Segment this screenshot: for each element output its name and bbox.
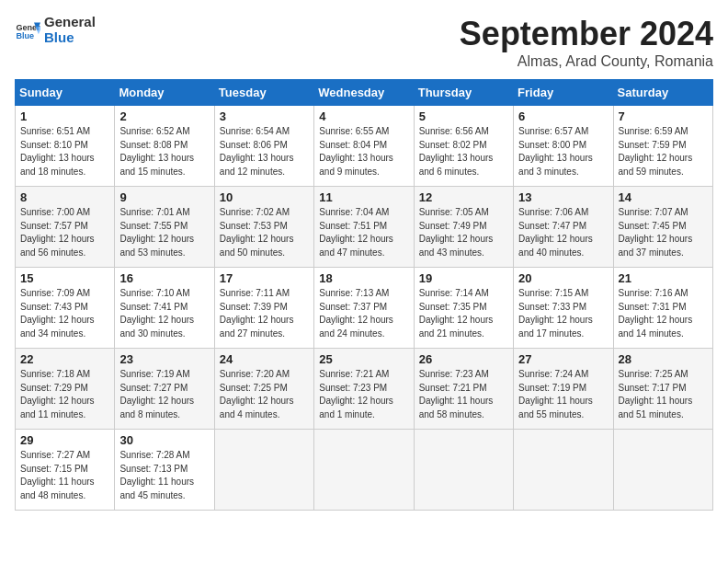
weekday-header-row: Sunday Monday Tuesday Wednesday Thursday…: [16, 80, 713, 106]
day-cell-29: 29 Sunrise: 7:27 AM Sunset: 7:15 PM Dayl…: [16, 430, 115, 511]
empty-cell: [514, 430, 613, 511]
day-number: 21: [619, 271, 708, 285]
col-thursday: Thursday: [414, 80, 513, 106]
logo-blue-text: Blue: [44, 30, 96, 46]
day-info: Sunrise: 7:28 AM Sunset: 7:13 PM Dayligh…: [119, 449, 209, 502]
day-cell-24: 24 Sunrise: 7:20 AM Sunset: 7:25 PM Dayl…: [214, 349, 313, 430]
day-cell-30: 30 Sunrise: 7:28 AM Sunset: 7:13 PM Dayl…: [115, 430, 214, 511]
day-info: Sunrise: 7:13 AM Sunset: 7:37 PM Dayligh…: [319, 287, 408, 340]
day-cell-2: 2 Sunrise: 6:52 AM Sunset: 8:08 PM Dayli…: [115, 106, 214, 187]
day-cell-20: 20 Sunrise: 7:15 AM Sunset: 7:33 PM Dayl…: [514, 268, 613, 349]
logo-general-text: General: [44, 15, 96, 30]
day-cell-18: 18 Sunrise: 7:13 AM Sunset: 7:37 PM Dayl…: [314, 268, 414, 349]
day-number: 17: [220, 271, 309, 285]
day-cell-13: 13 Sunrise: 7:06 AM Sunset: 7:47 PM Dayl…: [514, 187, 613, 268]
day-info: Sunrise: 7:23 AM Sunset: 7:21 PM Dayligh…: [419, 368, 508, 421]
day-info: Sunrise: 6:57 AM Sunset: 8:00 PM Dayligh…: [518, 125, 608, 178]
day-info: Sunrise: 7:20 AM Sunset: 7:25 PM Dayligh…: [220, 368, 309, 421]
day-number: 29: [20, 433, 109, 447]
day-number: 15: [20, 271, 109, 285]
day-cell-27: 27 Sunrise: 7:24 AM Sunset: 7:19 PM Dayl…: [514, 349, 613, 430]
day-number: 26: [419, 352, 508, 366]
calendar-table: Sunday Monday Tuesday Wednesday Thursday…: [15, 79, 713, 511]
day-info: Sunrise: 7:24 AM Sunset: 7:19 PM Dayligh…: [518, 368, 608, 421]
day-number: 23: [119, 352, 209, 366]
day-number: 20: [518, 271, 608, 285]
day-info: Sunrise: 7:05 AM Sunset: 7:49 PM Dayligh…: [419, 206, 508, 259]
day-number: 2: [119, 109, 209, 123]
empty-cell: [414, 430, 513, 511]
day-number: 12: [419, 190, 508, 204]
day-info: Sunrise: 7:09 AM Sunset: 7:43 PM Dayligh…: [20, 287, 109, 340]
day-number: 6: [518, 109, 608, 123]
logo-icon: General Blue: [15, 17, 40, 43]
day-info: Sunrise: 7:00 AM Sunset: 7:57 PM Dayligh…: [20, 206, 109, 259]
day-cell-22: 22 Sunrise: 7:18 AM Sunset: 7:29 PM Dayl…: [16, 349, 115, 430]
day-number: 19: [419, 271, 508, 285]
day-info: Sunrise: 6:54 AM Sunset: 8:06 PM Dayligh…: [220, 125, 309, 178]
day-number: 1: [20, 109, 109, 123]
day-info: Sunrise: 7:21 AM Sunset: 7:23 PM Dayligh…: [319, 368, 408, 421]
day-cell-3: 3 Sunrise: 6:54 AM Sunset: 8:06 PM Dayli…: [214, 106, 313, 187]
day-info: Sunrise: 7:10 AM Sunset: 7:41 PM Dayligh…: [119, 287, 209, 340]
day-cell-19: 19 Sunrise: 7:14 AM Sunset: 7:35 PM Dayl…: [414, 268, 513, 349]
location-subtitle: Almas, Arad County, Romania: [460, 53, 713, 70]
day-number: 10: [220, 190, 309, 204]
day-cell-10: 10 Sunrise: 7:02 AM Sunset: 7:53 PM Dayl…: [214, 187, 313, 268]
day-number: 25: [319, 352, 408, 366]
day-number: 3: [220, 109, 309, 123]
day-cell-21: 21 Sunrise: 7:16 AM Sunset: 7:31 PM Dayl…: [613, 268, 712, 349]
day-cell-4: 4 Sunrise: 6:55 AM Sunset: 8:04 PM Dayli…: [314, 106, 414, 187]
title-area: September 2024 Almas, Arad County, Roman…: [460, 15, 713, 70]
day-info: Sunrise: 7:14 AM Sunset: 7:35 PM Dayligh…: [419, 287, 508, 340]
col-wednesday: Wednesday: [314, 80, 414, 106]
empty-cell: [314, 430, 414, 511]
day-number: 18: [319, 271, 408, 285]
day-cell-9: 9 Sunrise: 7:01 AM Sunset: 7:55 PM Dayli…: [115, 187, 214, 268]
day-number: 11: [319, 190, 408, 204]
day-cell-8: 8 Sunrise: 7:00 AM Sunset: 7:57 PM Dayli…: [16, 187, 115, 268]
day-cell-12: 12 Sunrise: 7:05 AM Sunset: 7:49 PM Dayl…: [414, 187, 513, 268]
week-row-1: 1 Sunrise: 6:51 AM Sunset: 8:10 PM Dayli…: [16, 106, 713, 187]
day-info: Sunrise: 7:04 AM Sunset: 7:51 PM Dayligh…: [319, 206, 408, 259]
day-number: 16: [119, 271, 209, 285]
week-row-4: 22 Sunrise: 7:18 AM Sunset: 7:29 PM Dayl…: [16, 349, 713, 430]
day-cell-15: 15 Sunrise: 7:09 AM Sunset: 7:43 PM Dayl…: [16, 268, 115, 349]
day-number: 5: [419, 109, 508, 123]
day-number: 27: [518, 352, 608, 366]
day-cell-7: 7 Sunrise: 6:59 AM Sunset: 7:59 PM Dayli…: [613, 106, 712, 187]
day-cell-16: 16 Sunrise: 7:10 AM Sunset: 7:41 PM Dayl…: [115, 268, 214, 349]
day-number: 9: [119, 190, 209, 204]
month-title: September 2024: [460, 15, 713, 53]
day-info: Sunrise: 7:25 AM Sunset: 7:17 PM Dayligh…: [619, 368, 708, 421]
day-info: Sunrise: 7:19 AM Sunset: 7:27 PM Dayligh…: [119, 368, 209, 421]
day-info: Sunrise: 6:56 AM Sunset: 8:02 PM Dayligh…: [419, 125, 508, 178]
day-info: Sunrise: 6:51 AM Sunset: 8:10 PM Dayligh…: [20, 125, 109, 178]
day-number: 4: [319, 109, 408, 123]
svg-text:Blue: Blue: [16, 31, 34, 40]
page-header: General Blue General Blue September 2024…: [15, 15, 713, 70]
col-sunday: Sunday: [16, 80, 115, 106]
day-number: 22: [20, 352, 109, 366]
empty-cell: [214, 430, 313, 511]
col-friday: Friday: [514, 80, 613, 106]
day-number: 24: [220, 352, 309, 366]
week-row-5: 29 Sunrise: 7:27 AM Sunset: 7:15 PM Dayl…: [16, 430, 713, 511]
day-number: 30: [119, 433, 209, 447]
day-info: Sunrise: 7:02 AM Sunset: 7:53 PM Dayligh…: [220, 206, 309, 259]
day-number: 7: [619, 109, 708, 123]
day-info: Sunrise: 7:06 AM Sunset: 7:47 PM Dayligh…: [518, 206, 608, 259]
day-info: Sunrise: 6:55 AM Sunset: 8:04 PM Dayligh…: [319, 125, 408, 178]
day-info: Sunrise: 7:01 AM Sunset: 7:55 PM Dayligh…: [119, 206, 209, 259]
day-cell-6: 6 Sunrise: 6:57 AM Sunset: 8:00 PM Dayli…: [514, 106, 613, 187]
day-info: Sunrise: 7:27 AM Sunset: 7:15 PM Dayligh…: [20, 449, 109, 502]
col-monday: Monday: [115, 80, 214, 106]
day-cell-26: 26 Sunrise: 7:23 AM Sunset: 7:21 PM Dayl…: [414, 349, 513, 430]
day-number: 28: [619, 352, 708, 366]
day-number: 13: [518, 190, 608, 204]
day-info: Sunrise: 7:07 AM Sunset: 7:45 PM Dayligh…: [619, 206, 708, 259]
day-cell-1: 1 Sunrise: 6:51 AM Sunset: 8:10 PM Dayli…: [16, 106, 115, 187]
day-info: Sunrise: 7:18 AM Sunset: 7:29 PM Dayligh…: [20, 368, 109, 421]
day-info: Sunrise: 7:11 AM Sunset: 7:39 PM Dayligh…: [220, 287, 309, 340]
day-info: Sunrise: 6:52 AM Sunset: 8:08 PM Dayligh…: [119, 125, 209, 178]
